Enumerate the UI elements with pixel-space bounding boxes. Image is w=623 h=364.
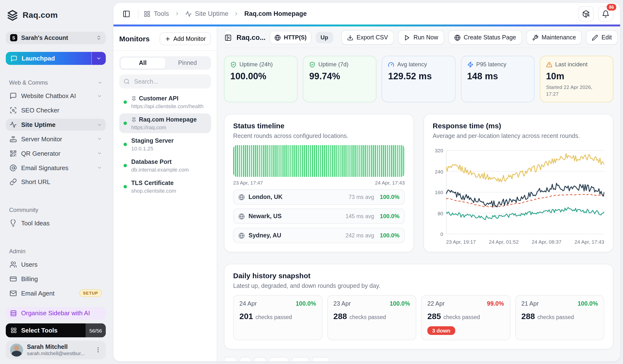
section-label: Web & Comms bbox=[9, 80, 48, 86]
create-status-page-button[interactable]: Create Status Page bbox=[448, 30, 522, 45]
day-card-24-apr: 24 Apr 100.0% 201 checks passed bbox=[233, 295, 322, 341]
launchpad-main[interactable]: Launchpad bbox=[6, 52, 91, 65]
panel-rows-icon bbox=[10, 310, 17, 317]
edit-button[interactable]: Edit bbox=[586, 30, 618, 45]
sidebar-toggle-button[interactable] bbox=[120, 7, 133, 20]
account-switcher[interactable]: S Sarah's Account bbox=[6, 32, 106, 44]
activity-icon bbox=[185, 10, 192, 17]
location-latency: 73 ms avg bbox=[349, 194, 374, 200]
day-checks-count: 288 bbox=[333, 312, 347, 322]
daily-history-card: Daily history snapshot Latest up, degrad… bbox=[224, 264, 613, 350]
sidebar-item-label: Server Monitor bbox=[21, 135, 62, 143]
search-input[interactable] bbox=[133, 78, 207, 85]
sidebar-item-email-signatures[interactable]: Email Signatures bbox=[6, 162, 106, 174]
monitor-list: Customer API https://api.clientsite.com/… bbox=[119, 92, 211, 196]
card-title: Daily history snapshot bbox=[233, 272, 604, 280]
notification-badge: 86 bbox=[607, 4, 616, 10]
status-timeline-card: Status timeline Recent rounds across con… bbox=[224, 114, 414, 253]
section-community: Community bbox=[9, 207, 102, 214]
globe-icon bbox=[275, 34, 281, 41]
sidebar-item-label: Site Uptime bbox=[21, 121, 56, 128]
card-subtitle: Average and per-location latency across … bbox=[433, 133, 604, 140]
monitor-item-customer-api[interactable]: Customer API https://api.clientsite.com/… bbox=[119, 92, 211, 112]
package-search-button[interactable] bbox=[578, 6, 594, 21]
organise-sidebar-button[interactable]: Organise Sidebar with AI bbox=[6, 307, 106, 320]
day-card-21-apr: 21 Apr 100.0% 288 checks passed bbox=[515, 295, 604, 341]
select-tools-main[interactable]: Select Tools bbox=[6, 324, 86, 337]
button-label: Create Status Page bbox=[464, 34, 516, 41]
sidebar-item-site-uptime[interactable]: Site Uptime bbox=[6, 119, 106, 131]
monitors-title: Monitors bbox=[119, 35, 150, 43]
monitor-item-database-port[interactable]: Database Port db.internal.example.com bbox=[119, 156, 211, 175]
sidebar-item-short-url[interactable]: Short URL bbox=[6, 176, 106, 188]
sidebar-item-website-chatbox-ai[interactable]: Website Chatbox AI bbox=[6, 90, 106, 102]
cut-off-chip[interactable] bbox=[224, 357, 237, 361]
breadcrumb-tools[interactable]: Tools bbox=[144, 10, 169, 17]
user-meta: Sarah Mitchell sarah.mitchell@westbur... bbox=[27, 344, 91, 356]
export-csv-button[interactable]: Export CSV bbox=[341, 30, 394, 45]
section-web-comms[interactable]: Web & Comms bbox=[9, 80, 102, 86]
sidebar-item-qr-generator[interactable]: QR Generator bbox=[6, 148, 106, 160]
at-sign-icon bbox=[10, 164, 17, 171]
location-uptime: 100.0% bbox=[380, 232, 400, 239]
launchpad-button[interactable]: Launchpad bbox=[6, 52, 106, 65]
shield-check-icon bbox=[230, 61, 237, 67]
sidebar-item-email-agent[interactable]: Email Agent SETUP bbox=[6, 287, 106, 299]
sidebar-item-label: Email Signatures bbox=[21, 164, 68, 171]
avatar bbox=[10, 343, 23, 357]
card-subtitle: Latest up, degraded, and down rounds gro… bbox=[233, 283, 604, 290]
monitors-panel: Monitors Add Monitor All Pinned bbox=[113, 26, 217, 361]
sidebar-item-tool-ideas[interactable]: Tool Ideas bbox=[6, 217, 106, 230]
location-row-newark: Newark, US 145 ms avg 100.0% bbox=[233, 209, 405, 224]
sidebar-item-seo-checker[interactable]: SEO Checker bbox=[6, 105, 106, 117]
status-dot-up bbox=[124, 143, 127, 146]
monitor-item-tls-certificate[interactable]: TLS Certificate shop.clientsite.com bbox=[119, 177, 211, 196]
cut-off-chip[interactable] bbox=[291, 357, 310, 361]
monitor-search[interactable] bbox=[119, 74, 211, 88]
monitor-item-staging-server[interactable]: Staging Server 10.0.1.25 bbox=[119, 134, 211, 154]
cut-off-chip[interactable] bbox=[254, 357, 266, 361]
brand-name: Raq.com bbox=[22, 11, 58, 20]
day-checks-label: checks passed bbox=[537, 315, 574, 320]
mail-icon bbox=[10, 290, 17, 297]
tab-all[interactable]: All bbox=[120, 57, 165, 68]
chart-y-axis: 080160240320 bbox=[433, 145, 446, 237]
protocol-label: HTTP(S) bbox=[284, 34, 307, 41]
day-checks-count: 288 bbox=[521, 312, 535, 322]
maintenance-button[interactable]: Maintenance bbox=[526, 30, 582, 45]
location-row-london: London, UK 73 ms avg 100.0% bbox=[233, 190, 405, 205]
package-search-icon bbox=[582, 10, 590, 18]
section-admin: Admin bbox=[9, 248, 102, 255]
location-latency: 242 ms avg bbox=[346, 233, 374, 238]
add-monitor-button[interactable]: Add Monitor bbox=[159, 32, 211, 45]
sidebar-item-server-monitor[interactable]: Server Monitor bbox=[6, 133, 106, 145]
cut-off-chip[interactable] bbox=[312, 357, 330, 361]
brand-logo-icon bbox=[7, 10, 18, 21]
breadcrumb-site-uptime[interactable]: Site Uptime bbox=[185, 10, 229, 17]
sidebar-item-billing[interactable]: Billing bbox=[6, 273, 106, 285]
collapse-list-button[interactable] bbox=[224, 30, 232, 45]
location-row-sydney: Sydney, AU 242 ms avg 100.0% bbox=[233, 228, 405, 243]
run-now-button[interactable]: Run Now bbox=[398, 30, 444, 45]
monitor-item-raq-homepage[interactable]: Raq.com Homepage https://raq.com bbox=[119, 113, 211, 133]
app-root: Raq.com S Sarah's Account Launchpad Web … bbox=[0, 0, 623, 364]
cut-off-chip[interactable] bbox=[269, 357, 289, 361]
user-email: sarah.mitchell@westbur... bbox=[27, 351, 91, 356]
launchpad-caret[interactable] bbox=[91, 52, 106, 65]
sidebar-item-users[interactable]: Users bbox=[6, 258, 106, 271]
chevron-right-icon bbox=[234, 11, 239, 16]
router-icon bbox=[10, 135, 17, 143]
kebab-menu-icon[interactable] bbox=[95, 347, 101, 353]
status-dot-up bbox=[124, 122, 127, 125]
cut-off-chip[interactable] bbox=[239, 357, 251, 361]
tab-pinned[interactable]: Pinned bbox=[165, 57, 210, 68]
users-icon bbox=[10, 261, 17, 268]
user-card[interactable]: Sarah Mitchell sarah.mitchell@westbur... bbox=[6, 341, 106, 360]
button-label: Run Now bbox=[413, 34, 438, 41]
day-date: 24 Apr bbox=[239, 300, 257, 307]
select-tools-button[interactable]: Select Tools 56/56 bbox=[6, 324, 106, 337]
topbar-actions: 86 bbox=[578, 6, 613, 21]
protocol-pill[interactable]: HTTP(S) bbox=[270, 31, 312, 44]
notifications-button[interactable]: 86 bbox=[598, 6, 613, 21]
stat-avg-latency: Avg latency 129.52 ms bbox=[382, 56, 455, 103]
